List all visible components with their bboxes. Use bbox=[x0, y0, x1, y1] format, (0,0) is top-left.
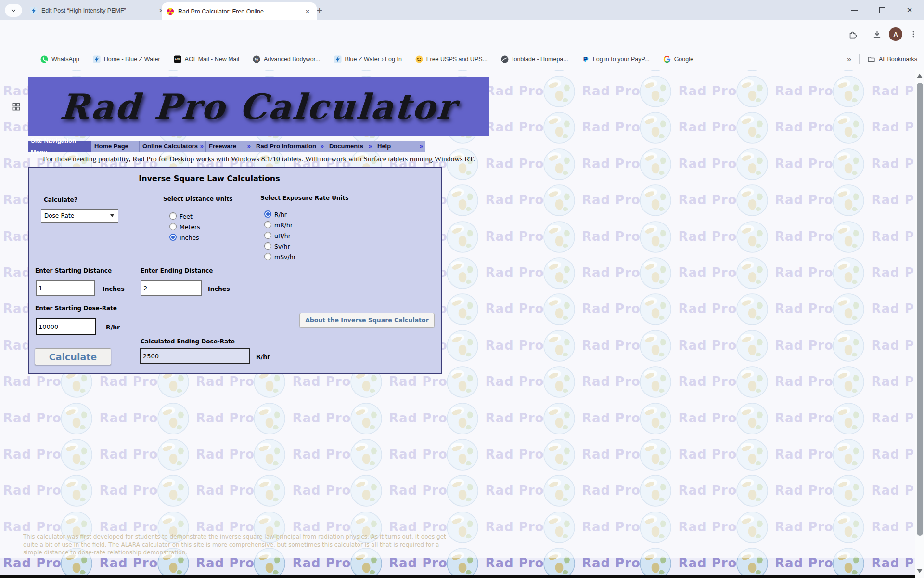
exposure-radio-label: R/hr bbox=[274, 211, 287, 218]
toolbar-separator bbox=[865, 29, 865, 39]
tab-close-icon[interactable]: ✕ bbox=[303, 7, 312, 16]
watermark-text: Rad Pro bbox=[486, 556, 544, 570]
watermark-text: Rad Pro bbox=[3, 556, 62, 570]
site-banner-title: Rad Pro Calculator bbox=[59, 86, 458, 127]
bookmarks-separator bbox=[30, 103, 30, 112]
downloads-icon[interactable] bbox=[873, 30, 882, 39]
bookmark-item[interactable]: AOLAOL Mail - New Mail bbox=[174, 55, 239, 63]
window-close-button[interactable]: ✕ bbox=[898, 0, 921, 20]
bookmark-label: Home - Blue Z Water bbox=[104, 56, 160, 63]
toolbar-right-cluster: A bbox=[848, 20, 917, 48]
radiation-favicon bbox=[167, 8, 174, 15]
nav-item-online-calculators[interactable]: Online Calculators» bbox=[140, 141, 206, 152]
bookmark-items: WhatsAppHome - Blue Z WaterAOLAOL Mail -… bbox=[40, 48, 693, 70]
paypal-icon: PP bbox=[582, 55, 590, 63]
nav-item-label: Documents bbox=[329, 141, 363, 152]
calculator-panel: Inverse Square Law Calculations Calculat… bbox=[28, 167, 442, 374]
bookmarks-bar: WhatsAppHome - Blue Z WaterAOLAOL Mail -… bbox=[0, 48, 924, 70]
watermark-text: Rad Pro bbox=[196, 556, 255, 570]
wordpress-icon: W bbox=[253, 55, 260, 63]
svg-text:P: P bbox=[583, 55, 587, 63]
bookmark-item[interactable]: Free USPS and UPS... bbox=[415, 55, 488, 63]
exposure-radio-sv-hr[interactable] bbox=[264, 242, 271, 250]
new-tab-button[interactable]: + bbox=[313, 4, 326, 18]
close-icon: ✕ bbox=[907, 6, 913, 14]
scrollbar-thumb[interactable] bbox=[917, 83, 923, 536]
ending-distance-input[interactable] bbox=[141, 280, 202, 296]
nav-item-documents[interactable]: Documents» bbox=[326, 141, 374, 152]
calculate-button[interactable]: Calculate bbox=[35, 348, 111, 365]
blue-z-water-favicon bbox=[30, 7, 38, 14]
result-input[interactable] bbox=[140, 348, 250, 364]
bookmark-item[interactable]: WhatsApp bbox=[40, 55, 79, 63]
bookmark-label: AOL Mail - New Mail bbox=[185, 56, 239, 63]
about-inverse-square-button[interactable]: About the Inverse Square Calculator bbox=[299, 313, 435, 328]
bluez-icon bbox=[334, 55, 342, 63]
bottom-edge-bar bbox=[0, 575, 924, 578]
all-bookmarks-button[interactable]: All Bookmarks bbox=[867, 55, 917, 63]
nav-item-label: Rad Pro Information bbox=[256, 141, 316, 152]
ending-distance-unit: Inches bbox=[208, 285, 230, 292]
bookmark-item[interactable]: Blue Z Water › Log In bbox=[334, 55, 402, 63]
maximize-icon bbox=[879, 7, 886, 13]
globe-dark-icon bbox=[501, 55, 509, 63]
smiley-icon bbox=[415, 55, 423, 63]
scrollbar-down-arrow[interactable] bbox=[917, 569, 923, 573]
exposure-radio-msv-hr[interactable] bbox=[264, 253, 271, 260]
nav-submenu-arrow-icon: » bbox=[320, 141, 326, 152]
exposure-radio-label: mSv/hr bbox=[274, 253, 296, 261]
window-maximize-button[interactable] bbox=[871, 0, 894, 20]
watermark-text: Rad Pro bbox=[582, 556, 641, 570]
exposure-radio-label: mR/hr bbox=[274, 222, 293, 229]
profile-avatar[interactable]: A bbox=[889, 27, 902, 41]
exposure-radio-label: uR/hr bbox=[274, 232, 291, 239]
starting-distance-label: Enter Starting Distance bbox=[35, 267, 112, 274]
bookmark-item[interactable]: PPLog in to your PayP... bbox=[582, 55, 650, 63]
exposure-radio-label: Sv/hr bbox=[274, 243, 290, 250]
bookmark-item[interactable]: Ionblade - Homepa... bbox=[501, 55, 568, 63]
watermark-text: Rad Pro bbox=[100, 556, 158, 570]
starting-distance-input[interactable] bbox=[36, 280, 95, 296]
tab-title: Rad Pro Calculator: Free Online bbox=[178, 8, 299, 15]
nav-item-freeware[interactable]: Freeware» bbox=[206, 141, 253, 152]
nav-menu-label: Site Navigation Menu bbox=[28, 141, 91, 152]
ending-distance-label: Enter Ending Distance bbox=[141, 267, 213, 274]
exposure-radio-r-hr[interactable] bbox=[264, 210, 271, 218]
starting-distance-unit: Inches bbox=[103, 285, 125, 292]
menu-dots-icon[interactable] bbox=[910, 30, 917, 38]
bookmark-item[interactable]: Home - Blue Z Water bbox=[93, 55, 160, 63]
apps-grid-icon[interactable] bbox=[12, 102, 21, 111]
tab-rad-pro-calculator[interactable]: Rad Pro Calculator: Free Online ✕ bbox=[162, 2, 317, 20]
bookmarks-right: » All Bookmarks bbox=[847, 48, 917, 70]
starting-dose-input[interactable] bbox=[36, 318, 96, 335]
bookmarks-overflow-icon[interactable]: » bbox=[847, 54, 851, 64]
nav-item-label: Freeware bbox=[209, 141, 236, 152]
bookmarks-right-separator bbox=[859, 54, 860, 64]
extensions-puzzle-icon[interactable] bbox=[848, 30, 858, 39]
aol-icon: AOL bbox=[174, 55, 181, 63]
bookmark-item[interactable]: Google bbox=[663, 55, 693, 63]
tab-edit-post[interactable]: Edit Post “High Intensity PEMF” ✕ bbox=[25, 3, 170, 17]
nav-submenu-arrow-icon: » bbox=[199, 141, 205, 152]
exposure-radio-ur-hr[interactable] bbox=[264, 232, 271, 239]
bookmark-label: Advanced Bodywor... bbox=[264, 56, 320, 63]
page-scrollbar[interactable] bbox=[915, 70, 924, 578]
result-unit: R/hr bbox=[256, 353, 270, 360]
nav-item-home-page[interactable]: Home Page bbox=[91, 141, 140, 152]
bookmark-label: Google bbox=[674, 56, 693, 63]
nav-item-rad-pro-information[interactable]: Rad Pro Information» bbox=[253, 141, 326, 152]
exposure-radio-mr-hr[interactable] bbox=[264, 221, 271, 228]
folder-icon bbox=[867, 55, 875, 63]
scrollbar-up-arrow[interactable] bbox=[917, 74, 923, 78]
tab-search-button[interactable] bbox=[5, 4, 22, 17]
bookmark-label: Log in to your PayP... bbox=[593, 56, 650, 63]
window-minimize-button[interactable] bbox=[843, 0, 866, 20]
portability-notice: For those needing portability, Rad Pro f… bbox=[28, 155, 490, 163]
tab-strip: Edit Post “High Intensity PEMF” ✕ Rad Pr… bbox=[0, 0, 924, 20]
bookmark-label: Ionblade - Homepa... bbox=[512, 56, 568, 63]
nav-item-help[interactable]: Help» bbox=[374, 141, 425, 152]
nav-submenu-arrow-icon: » bbox=[419, 141, 425, 152]
tab-title: Edit Post “High Intensity PEMF” bbox=[41, 7, 153, 14]
google-icon bbox=[663, 55, 671, 63]
bookmark-item[interactable]: WAdvanced Bodywor... bbox=[253, 55, 320, 63]
